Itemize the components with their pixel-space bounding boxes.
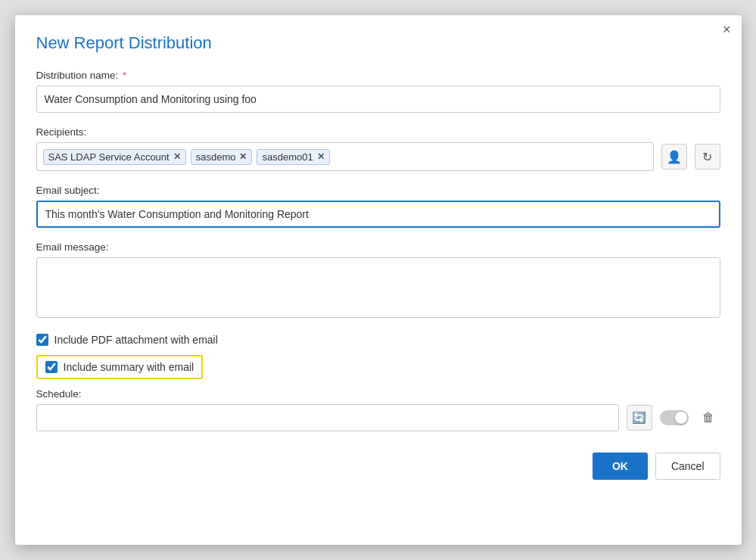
pdf-attachment-row: Include PDF attachment with email (36, 334, 720, 346)
ok-button[interactable]: OK (593, 453, 648, 480)
email-subject-input[interactable] (36, 201, 720, 228)
tag-label: SAS LDAP Service Account (48, 151, 170, 163)
add-user-button[interactable]: 👤 (661, 144, 687, 170)
summary-checkbox-label[interactable]: Include summary with email (64, 361, 194, 373)
email-message-label: Email message: (36, 241, 720, 253)
refresh-icon: ↻ (702, 150, 712, 164)
schedule-delete-button[interactable]: 🗑 (696, 406, 720, 430)
new-report-distribution-dialog: × New Report Distribution Distribution n… (15, 15, 742, 545)
toggle-container (660, 410, 689, 425)
schedule-label: Schedule: (36, 388, 720, 400)
recipients-label: Recipients: (36, 126, 720, 138)
person-icon: 👤 (667, 150, 682, 164)
close-button[interactable]: × (723, 23, 731, 36)
pdf-attachment-label[interactable]: Include PDF attachment with email (54, 334, 218, 346)
tag-close-sasdemo[interactable]: ✕ (239, 152, 247, 161)
schedule-row: 🔄 🗑 (36, 404, 720, 431)
schedule-input[interactable] (36, 404, 619, 431)
summary-checkbox[interactable] (45, 361, 58, 373)
schedule-toggle[interactable] (660, 410, 689, 425)
distribution-name-label: Distribution name: * (36, 70, 720, 81)
footer-buttons: OK Cancel (36, 453, 720, 480)
tag-sasdemo01: sasdemo01 ✕ (257, 149, 329, 165)
summary-highlight-box: Include summary with email (36, 355, 204, 379)
tag-label: sasdemo01 (262, 151, 313, 163)
recipients-group: Recipients: SAS LDAP Service Account ✕ s… (36, 126, 720, 171)
email-subject-label: Email subject: (36, 185, 720, 196)
tag-sasdemo: sasdemo ✕ (191, 149, 253, 165)
cancel-button[interactable]: Cancel (655, 453, 720, 480)
refresh-button[interactable]: ↻ (695, 144, 720, 170)
schedule-export-button[interactable]: 🔄 (627, 405, 652, 431)
toggle-knob (675, 412, 687, 424)
email-message-input[interactable] (36, 257, 720, 318)
pdf-attachment-checkbox[interactable] (36, 334, 48, 346)
tag-close-sas-ldap[interactable]: ✕ (173, 152, 181, 161)
summary-checkbox-row: Include summary with email (36, 355, 720, 379)
email-message-group: Email message: (36, 241, 720, 320)
export-icon: 🔄 (632, 411, 646, 425)
required-indicator: * (120, 70, 126, 81)
recipients-field[interactable]: SAS LDAP Service Account ✕ sasdemo ✕ sas… (36, 142, 654, 171)
dialog-title: New Report Distribution (36, 33, 720, 53)
recipients-row: SAS LDAP Service Account ✕ sasdemo ✕ sas… (36, 142, 720, 171)
tag-close-sasdemo01[interactable]: ✕ (317, 152, 325, 161)
trash-icon: 🗑 (702, 411, 714, 425)
tag-label: sasdemo (196, 151, 236, 163)
distribution-name-group: Distribution name: * (36, 70, 720, 113)
email-subject-group: Email subject: (36, 185, 720, 228)
distribution-name-input[interactable] (36, 86, 720, 113)
tag-sas-ldap: SAS LDAP Service Account ✕ (43, 149, 186, 165)
schedule-group: Schedule: 🔄 🗑 (36, 388, 720, 431)
